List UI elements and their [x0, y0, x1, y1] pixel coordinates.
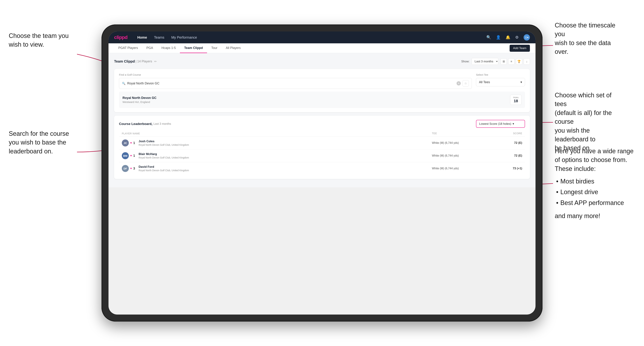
player-score: 72 (E) — [487, 141, 522, 145]
team-count: | 14 Players — [136, 60, 152, 63]
heart-icon: ♥ — [130, 141, 132, 145]
sort-chevron-icon: ▾ — [512, 122, 514, 126]
chevron-down-icon: ▾ — [520, 80, 522, 84]
search-icon-small: 🔍 — [122, 82, 126, 85]
player-info: Blair McHarg Royal North Devon Golf Club… — [138, 152, 429, 159]
score-col-header: SCORE — [487, 132, 522, 135]
team-title: Team Clippd — [114, 59, 135, 63]
bullet-drive: Longest drive — [556, 187, 639, 197]
find-course-label: Find a Golf Course — [119, 73, 472, 76]
rank-number: 1 — [133, 141, 135, 145]
table-row: BM ♥ 1 Blair McHarg Royal North Devon Go… — [119, 149, 525, 162]
nav-link-my-performance[interactable]: My Performance — [171, 35, 197, 39]
leaderboard-header: Course Leaderboard, Last 3 months Lowest… — [119, 120, 525, 128]
course-result: Royal North Devon GC Westward Ho!, Engla… — [119, 92, 525, 108]
user-avatar[interactable]: U▾ — [524, 34, 530, 40]
holes-label: Holes — [513, 96, 518, 99]
avatar: DF — [122, 165, 129, 172]
player-name: David Ford — [138, 165, 429, 169]
settings-icon[interactable]: ⚙ — [515, 35, 519, 40]
player-club: Royal North Devon Golf Club, United King… — [138, 169, 429, 172]
nav-link-home[interactable]: Home — [137, 35, 147, 39]
heart-icon: ♥ — [130, 154, 132, 157]
edit-icon[interactable]: ✏ — [154, 60, 157, 63]
search-icon[interactable]: 🔍 — [486, 35, 491, 40]
bullet-list: Most birdies Longest drive Best APP perf… — [555, 176, 639, 208]
nav-bar: clippd Home Teams My Performance 🔍 👤 🔔 ⚙… — [108, 31, 536, 43]
list-view-button[interactable]: ≡ — [508, 58, 514, 65]
player-club: Royal North Devon Golf Club, United King… — [138, 144, 429, 146]
course-name: Royal North Devon GC — [122, 96, 156, 100]
sub-nav: PGAT Players PGA Hcaps 1-5 Team Clippd T… — [108, 43, 536, 53]
annotation-bottom-right: Here you have a wide range of options to… — [555, 147, 639, 220]
annotation-middle-right: Choose which set of tees (default is all… — [555, 91, 621, 153]
player-tee: White (M) (6,744 yds) — [432, 154, 484, 157]
add-team-button[interactable]: Add Team — [510, 45, 530, 52]
player-score: 72 (E) — [487, 154, 522, 158]
leaderboard-title: Course Leaderboard, — [119, 122, 152, 126]
player-info: David Ford Royal North Devon Golf Club, … — [138, 165, 429, 172]
clear-search-button[interactable]: ✕ — [456, 81, 461, 85]
show-select[interactable]: Last 3 months Last month Last 6 months L… — [472, 58, 498, 65]
player-club: Royal North Devon Golf Club, United King… — [138, 156, 429, 159]
bullet-app: Best APP performance — [556, 197, 639, 208]
nav-link-teams[interactable]: Teams — [154, 35, 164, 39]
player-score: 73 (+1) — [487, 167, 522, 170]
table-header: PLAYER NAME TEE SCORE — [119, 131, 525, 137]
ipad-device: clippd Home Teams My Performance 🔍 👤 🔔 ⚙… — [102, 24, 542, 322]
course-search-card: Find a Golf Course 🔍 ✕ ☆ Select Tee All … — [114, 69, 530, 112]
avatar: JC — [122, 140, 129, 147]
tab-hcaps[interactable]: Hcaps 1-5 — [157, 43, 180, 53]
avatar: BM — [122, 152, 129, 159]
show-label: Show: — [461, 60, 470, 63]
course-search-input[interactable] — [127, 82, 455, 85]
player-tee: White (M) (6,744 yds) — [432, 167, 484, 170]
sort-select[interactable]: Lowest Score (18 holes) ▾ — [476, 120, 525, 128]
heart-icon: ♥ — [130, 167, 132, 170]
person-icon[interactable]: 👤 — [496, 35, 501, 40]
star-button[interactable]: ☆ — [462, 80, 469, 86]
main-content: Team Clippd | 14 Players ✏ Show: Last 3 … — [108, 53, 536, 187]
table-row: JC ♥ 1 Josh Coles Royal North Devon Golf… — [119, 137, 525, 149]
search-box: 🔍 ✕ ☆ — [119, 78, 472, 89]
tab-pga[interactable]: PGA — [142, 43, 157, 53]
tee-col-header: TEE — [432, 132, 484, 135]
tee-select[interactable]: All Tees ▾ — [476, 78, 525, 86]
nav-icons: 🔍 👤 🔔 ⚙ U▾ — [486, 34, 530, 40]
course-location: Westward Ho!, England — [122, 100, 156, 103]
player-rank-1: JC ♥ 1 — [122, 140, 136, 147]
leaderboard-subtitle: Last 3 months — [154, 122, 171, 126]
annotation-top-right: Choose the timescale you wish to see the… — [555, 21, 621, 56]
annotation-bottom-left: Search for the course you wish to base t… — [9, 129, 69, 156]
tee-section: Select Tee All Tees ▾ — [476, 73, 525, 86]
player-name: Blair McHarg — [138, 152, 429, 156]
player-info: Josh Coles Royal North Devon Golf Club, … — [138, 140, 429, 146]
player-tee: White (M) (6,744 yds) — [432, 141, 484, 145]
tab-all-players[interactable]: All Players — [222, 43, 245, 53]
player-rank-3: DF ♥ 3 — [122, 165, 136, 172]
trophy-view-button[interactable]: 🏆 — [516, 58, 522, 65]
player-rank-2: BM ♥ 1 — [122, 152, 136, 159]
table-row: DF ♥ 3 David Ford Royal North Devon Golf… — [119, 162, 525, 175]
ipad-screen: clippd Home Teams My Performance 🔍 👤 🔔 ⚙… — [108, 31, 536, 315]
leaderboard-card: Course Leaderboard, Last 3 months Lowest… — [114, 116, 530, 179]
holes-box: Holes 18 — [510, 95, 522, 105]
tab-tour[interactable]: Tour — [207, 43, 222, 53]
app-logo: clippd — [114, 35, 128, 40]
player-col-header: PLAYER NAME — [122, 132, 140, 135]
rank-number: 1 — [133, 154, 135, 158]
bell-icon[interactable]: 🔔 — [506, 35, 510, 40]
rank-number: 3 — [133, 167, 135, 170]
team-header: Team Clippd | 14 Players ✏ Show: Last 3 … — [114, 58, 530, 65]
annotation-top-left: Choose the team you wish to view. — [9, 31, 68, 49]
tab-pgat-players[interactable]: PGAT Players — [114, 43, 142, 53]
holes-number: 18 — [513, 99, 518, 103]
view-icons: ⊞ ≡ 🏆 ↓ — [500, 58, 530, 65]
tab-team-clippd[interactable]: Team Clippd — [180, 43, 207, 53]
and-more-text: and many more! — [555, 212, 639, 220]
bullet-birdies: Most birdies — [556, 176, 639, 187]
grid-view-button[interactable]: ⊞ — [500, 58, 507, 65]
player-name: Josh Coles — [138, 140, 429, 143]
select-tee-label: Select Tee — [476, 73, 525, 76]
download-button[interactable]: ↓ — [524, 58, 530, 65]
